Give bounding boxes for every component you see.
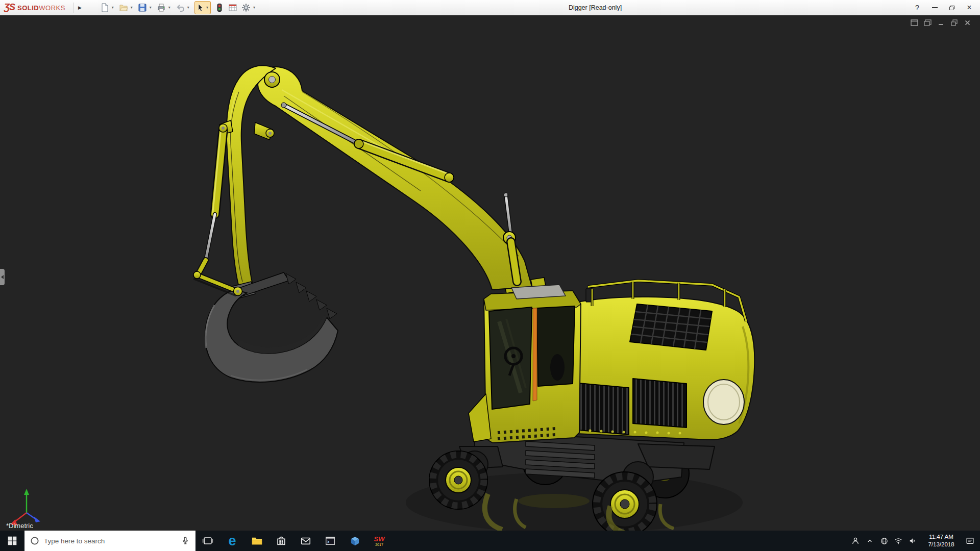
- volume-button[interactable]: [905, 531, 920, 551]
- menu-flyout-arrow[interactable]: ▶: [74, 3, 86, 13]
- front-right-wheel[interactable]: [593, 472, 657, 531]
- clock-time: 11:47 AM: [920, 533, 963, 541]
- windows-taskbar: e SW: [0, 531, 980, 551]
- bucket-teeth: [286, 273, 337, 319]
- task-view-button[interactable]: [195, 531, 220, 551]
- cube-icon: [349, 535, 361, 547]
- search-input[interactable]: [40, 537, 180, 545]
- taskbar-search[interactable]: [24, 531, 195, 551]
- engine-housing[interactable]: [554, 281, 754, 440]
- minimize-icon: [932, 7, 938, 8]
- undo-dropdown[interactable]: ▾: [187, 5, 189, 10]
- new-document-button[interactable]: [98, 2, 111, 14]
- wifi-button[interactable]: [891, 531, 905, 551]
- folder-icon: [251, 535, 263, 547]
- network-button[interactable]: [877, 531, 891, 551]
- rebuild-traffic-light-icon: [215, 3, 224, 12]
- model-scene[interactable]: *Dimetric: [0, 15, 980, 531]
- save-button[interactable]: [136, 2, 149, 14]
- rear-window: [703, 380, 744, 424]
- reference-triad: [10, 489, 40, 525]
- minimize-button[interactable]: [926, 1, 943, 15]
- system-tray: 11:47 AM 7/13/2018: [848, 531, 980, 551]
- open-icon: [119, 3, 128, 12]
- start-button[interactable]: [0, 531, 24, 551]
- engine-top-grille: [630, 304, 712, 350]
- solidworks-app-button[interactable]: SW 2017: [367, 531, 391, 551]
- undo-icon: [176, 3, 185, 12]
- mail-icon: [300, 535, 311, 546]
- doc-minimize-icon[interactable]: [937, 19, 945, 27]
- people-button[interactable]: [848, 531, 863, 551]
- view-orientation-label: *Dimetric: [6, 522, 33, 530]
- new-dropdown[interactable]: ▾: [112, 5, 114, 10]
- open-button[interactable]: [117, 2, 130, 14]
- dassault-3ds-icon: ƷS: [4, 2, 15, 13]
- open-dropdown[interactable]: ▾: [131, 5, 133, 10]
- solidworks-app-icon: SW 2017: [374, 536, 385, 546]
- edge-button[interactable]: e: [220, 531, 244, 551]
- speaker-icon: [908, 536, 917, 545]
- options-button[interactable]: [239, 2, 253, 14]
- console-button[interactable]: [318, 531, 342, 551]
- print-dropdown[interactable]: ▾: [168, 5, 170, 10]
- doc-window-icon[interactable]: [910, 19, 919, 27]
- front-left-wheel[interactable]: [429, 451, 487, 509]
- bucket-linkage[interactable]: [193, 271, 242, 296]
- options-dropdown[interactable]: ▾: [253, 5, 255, 10]
- document-title: Digger [Read-only]: [569, 4, 622, 11]
- doc-restore-icon[interactable]: [950, 19, 959, 27]
- solidworks-logo: ƷS SOLID WORKS: [0, 2, 70, 13]
- graphics-viewport[interactable]: *Dimetric: [0, 15, 980, 531]
- file-properties-button[interactable]: [226, 2, 239, 14]
- doc-cascade-icon[interactable]: [923, 19, 932, 27]
- 3d-viewer-button[interactable]: [342, 531, 367, 551]
- store-button[interactable]: [269, 531, 293, 551]
- side-vents: [562, 379, 687, 435]
- cortana-icon: [30, 536, 40, 546]
- close-button[interactable]: ×: [961, 1, 978, 15]
- design-table-icon: [228, 3, 237, 12]
- taskbar-clock[interactable]: 11:47 AM 7/13/2018: [920, 533, 963, 548]
- action-center-icon: [965, 536, 975, 546]
- people-icon: [851, 536, 860, 545]
- select-dropdown[interactable]: ▾: [206, 5, 208, 10]
- save-dropdown[interactable]: ▾: [150, 5, 152, 10]
- doc-close-icon[interactable]: [963, 19, 972, 27]
- brand-name-bold: SOLID: [17, 4, 39, 12]
- restore-button[interactable]: [943, 1, 961, 15]
- hidden-icons-button[interactable]: [863, 531, 877, 551]
- help-button[interactable]: ?: [909, 1, 926, 15]
- quick-access-toolbar: ▾ ▾ ▾ ▾: [98, 1, 258, 14]
- chevron-up-icon: [866, 537, 874, 545]
- titlebar: ƷS SOLID WORKS ▶ ▾ ▾ ▾: [0, 0, 980, 15]
- save-icon: [138, 3, 147, 12]
- document-window-controls: [910, 19, 972, 27]
- task-view-icon: [202, 535, 213, 546]
- undo-button[interactable]: [174, 2, 187, 14]
- console-window-icon: [325, 535, 336, 546]
- gear-icon: [241, 3, 251, 12]
- windows-logo-icon: [7, 536, 17, 546]
- file-explorer-button[interactable]: [244, 531, 269, 551]
- clock-date: 7/13/2018: [920, 541, 963, 548]
- new-document-icon: [100, 3, 109, 12]
- select-cursor-icon: [196, 3, 205, 12]
- restore-icon: [949, 6, 954, 10]
- action-center-button[interactable]: [963, 531, 977, 551]
- brand-name-light: WORKS: [39, 4, 65, 12]
- wifi-icon: [894, 536, 903, 545]
- door-edge: [533, 308, 537, 401]
- store-bag-icon: [276, 535, 287, 546]
- microphone-icon[interactable]: [180, 536, 190, 546]
- rebuild-button[interactable]: [213, 2, 226, 14]
- cab[interactable]: [469, 285, 581, 443]
- chassis-reflection: [518, 494, 590, 508]
- seat: [550, 354, 565, 381]
- print-button[interactable]: [155, 2, 168, 14]
- edge-icon: e: [228, 534, 236, 548]
- select-tool-button[interactable]: ▾: [194, 1, 211, 14]
- boom-arm[interactable]: [219, 65, 532, 294]
- print-icon: [157, 3, 166, 12]
- mail-button[interactable]: [293, 531, 318, 551]
